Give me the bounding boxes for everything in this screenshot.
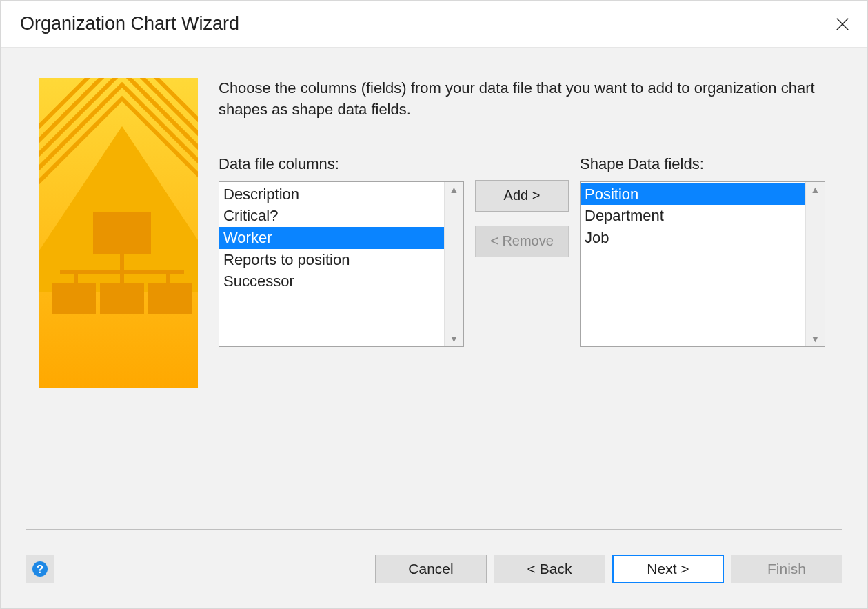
data-file-columns-section: Data file columns: DescriptionCritical?W…: [219, 155, 464, 347]
next-button[interactable]: Next >: [612, 555, 724, 583]
scroll-up-icon[interactable]: ▲: [811, 185, 820, 194]
scroll-up-icon[interactable]: ▲: [450, 185, 459, 194]
svg-rect-9: [52, 283, 96, 314]
svg-rect-6: [74, 270, 78, 283]
instruction-text: Choose the columns (fields) from your da…: [219, 78, 829, 121]
scroll-down-icon[interactable]: ▼: [450, 334, 459, 343]
close-button[interactable]: [826, 8, 859, 41]
wizard-illustration: [39, 78, 198, 388]
wizard-dialog: Organization Chart Wizard: [0, 0, 868, 609]
shape-data-fields-listbox[interactable]: PositionDepartmentJob ▲ ▼: [580, 181, 825, 347]
help-button[interactable]: ?: [26, 555, 54, 583]
dialog-title: Organization Chart Wizard: [20, 13, 826, 34]
main-content: Choose the columns (fields) from your da…: [219, 78, 829, 509]
transfer-buttons: Add > < Remove: [475, 155, 569, 257]
svg-rect-3: [93, 212, 151, 254]
list-item[interactable]: Successor: [219, 270, 444, 292]
close-icon: [835, 17, 850, 32]
svg-rect-10: [100, 283, 144, 314]
scrollbar[interactable]: ▲ ▼: [805, 182, 825, 346]
scroll-down-icon[interactable]: ▼: [811, 334, 820, 343]
data-file-columns-listbox[interactable]: DescriptionCritical?WorkerReports to pos…: [219, 181, 464, 347]
svg-rect-8: [166, 270, 170, 283]
org-chart-icon: [39, 78, 198, 388]
list-item[interactable]: Position: [581, 183, 805, 206]
list-item[interactable]: Reports to position: [219, 249, 444, 271]
cancel-button[interactable]: Cancel: [375, 555, 487, 583]
titlebar: Organization Chart Wizard: [1, 1, 867, 48]
fields-row: Data file columns: DescriptionCritical?W…: [219, 155, 829, 347]
data-file-columns-label: Data file columns:: [219, 155, 464, 173]
shape-data-fields-section: Shape Data fields: PositionDepartmentJob…: [580, 155, 825, 347]
shape-data-fields-label: Shape Data fields:: [580, 155, 825, 173]
svg-rect-11: [148, 283, 192, 314]
footer: ? Cancel < Back Next > Finish: [1, 530, 867, 608]
svg-rect-7: [120, 270, 124, 283]
list-item[interactable]: Job: [581, 227, 805, 249]
finish-button[interactable]: Finish: [731, 555, 842, 583]
list-item[interactable]: Worker: [219, 227, 444, 249]
help-icon: ?: [31, 560, 49, 578]
dialog-body: Choose the columns (fields) from your da…: [1, 48, 867, 530]
scrollbar[interactable]: ▲ ▼: [444, 182, 463, 346]
list-item[interactable]: Description: [219, 183, 444, 206]
add-button[interactable]: Add >: [475, 180, 569, 212]
back-button[interactable]: < Back: [494, 555, 605, 583]
list-item[interactable]: Critical?: [219, 205, 444, 227]
list-item[interactable]: Department: [581, 205, 805, 227]
svg-text:?: ?: [37, 563, 43, 576]
remove-button[interactable]: < Remove: [475, 226, 569, 257]
